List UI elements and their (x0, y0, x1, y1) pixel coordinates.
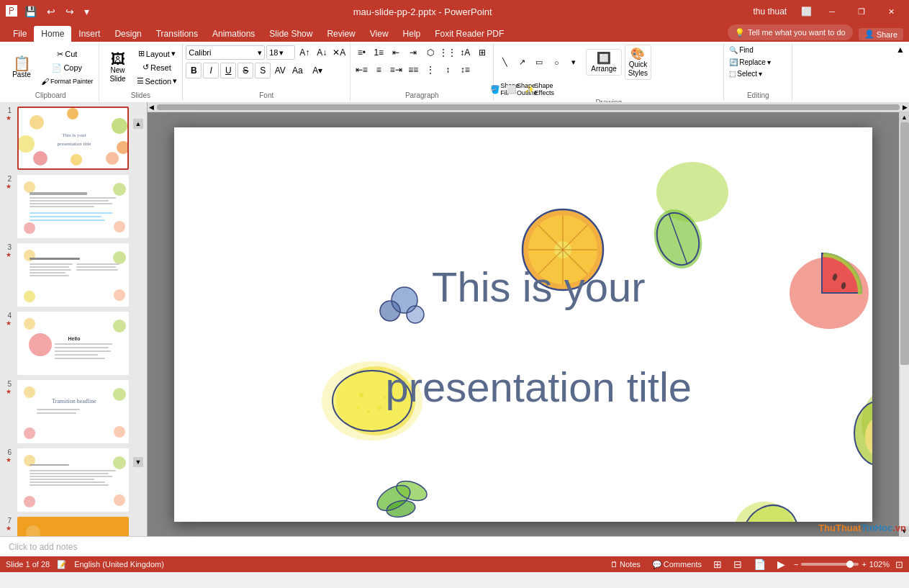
tell-me-box[interactable]: 💡 Tell me what you want to do (728, 24, 853, 40)
slide-item-6[interactable]: 6 ★ (4, 447, 143, 513)
maximize-button[interactable]: ❐ (849, 0, 874, 23)
decrease-font-button[interactable]: A↓ (314, 45, 330, 60)
minimize-button[interactable]: ─ (820, 0, 844, 23)
notes-bar[interactable]: Click to add notes (0, 536, 909, 556)
replace-button[interactable]: 🔄 Replace ▾ (727, 57, 773, 68)
vscroll-thumb[interactable] (900, 122, 909, 365)
quick-styles-button[interactable]: 🎨 Quick Styles (625, 45, 651, 80)
text-align-button[interactable]: ⊞ (474, 45, 490, 60)
close-button[interactable]: ✕ (879, 0, 903, 23)
bold-button[interactable]: B (186, 63, 202, 78)
comments-button[interactable]: 💬 Comments (649, 559, 705, 570)
menu-file[interactable]: File (6, 26, 34, 42)
panel-scroll-down[interactable]: ▼ (133, 457, 143, 467)
text-direction-button[interactable]: ↕A (457, 45, 473, 60)
customize-icon[interactable]: ▾ (81, 4, 92, 19)
menu-animations[interactable]: Animations (205, 26, 262, 42)
columns2-button[interactable]: ⋮ (422, 62, 438, 78)
underline-button[interactable]: U (220, 63, 236, 78)
slide-thumb-4[interactable]: Hello (17, 312, 129, 375)
menu-transitions[interactable]: Transitions (149, 26, 205, 42)
paste-button[interactable]: 📋 Paste (6, 53, 37, 82)
vscroll-up[interactable]: ▲ (900, 112, 910, 122)
shape-arrow-button[interactable]: ↗ (514, 55, 530, 71)
align-right-button[interactable]: ≡⇥ (388, 62, 404, 78)
char-spacing-button[interactable]: AV (272, 63, 288, 78)
slide-item-3[interactable]: 3 ★ (4, 242, 143, 308)
format-painter-button[interactable]: 🖌 Format Painter (39, 76, 96, 87)
shape-line-button[interactable]: ╲ (497, 55, 512, 71)
font-name-combo[interactable]: Calibri ▾ (186, 45, 265, 60)
menu-review[interactable]: Review (320, 26, 362, 42)
slide-item-2[interactable]: 2 ★ (4, 173, 143, 240)
slide-thumb-6[interactable] (17, 448, 129, 512)
shape-rect-button[interactable]: ▭ (531, 55, 547, 71)
slide-thumb-7[interactable]: Big concept (17, 517, 129, 536)
slide-item-5[interactable]: 5 ★ Transition headline (4, 379, 143, 445)
vscroll-bar[interactable]: ▲ ▼ (899, 112, 909, 536)
shape-circle-button[interactable]: ○ (548, 55, 564, 71)
numbering-button[interactable]: 1≡ (371, 45, 386, 60)
section-button[interactable]: ☰ Section ▾ (135, 75, 180, 87)
reset-button[interactable]: ↺ Reset (135, 61, 180, 73)
justify-button[interactable]: ≡≡ (405, 62, 421, 78)
find-button[interactable]: 🔍 Find (727, 45, 755, 55)
zoom-slider[interactable] (801, 563, 859, 566)
select-button[interactable]: ⬚ Select ▾ (727, 68, 764, 79)
slide-sorter-button[interactable]: ⊟ (731, 558, 745, 571)
menu-home[interactable]: Home (34, 26, 71, 42)
slide-item-1[interactable]: 1 ★ This is your presentation title (4, 105, 143, 171)
collapse-ribbon-button[interactable]: ▲ (895, 43, 906, 101)
menu-slideshow[interactable]: Slide Show (262, 26, 320, 42)
vscroll-track[interactable] (900, 122, 909, 526)
font-case-button[interactable]: Aa (289, 63, 305, 78)
new-slide-button[interactable]: 🖼 New Slide (102, 49, 134, 86)
save-icon[interactable]: 💾 (22, 4, 40, 19)
panel-scroll-up[interactable]: ▲ (133, 119, 143, 129)
bullets-button[interactable]: ≡• (353, 45, 369, 60)
columns-button[interactable]: ⋮⋮ (440, 45, 456, 60)
fit-to-window-button[interactable]: ⊡ (895, 559, 903, 570)
strikethrough-button[interactable]: S (238, 63, 253, 78)
decrease-indent-button[interactable]: ⇤ (388, 45, 404, 60)
slide-thumb-5[interactable]: Transition headline (17, 380, 129, 443)
slide-panel[interactable]: 1 ★ This is your presentation title (0, 102, 148, 536)
menu-foxit[interactable]: Foxit Reader PDF (428, 26, 511, 42)
shape-more-button[interactable]: ▾ (566, 55, 582, 71)
vscroll-down[interactable]: ▼ (900, 526, 910, 536)
layout-button[interactable]: ⊞ Layout ▾ (135, 48, 180, 60)
slide-item-7[interactable]: 7 ★ Big concept (4, 515, 143, 536)
slide-notes-icon[interactable]: 📝 (57, 560, 67, 569)
clear-format-button[interactable]: ✕A (331, 45, 347, 60)
menu-design[interactable]: Design (107, 26, 148, 42)
cut-button[interactable]: ✂ Cut (39, 48, 96, 60)
italic-button[interactable]: I (203, 63, 219, 78)
zoom-thumb[interactable] (846, 561, 854, 568)
menu-help[interactable]: Help (396, 26, 428, 42)
menu-view[interactable]: View (363, 26, 396, 42)
slide-thumb-1[interactable]: This is your presentation title (17, 107, 129, 170)
zoom-out-button[interactable]: − (794, 560, 798, 569)
hscroll-thumb[interactable] (157, 104, 900, 110)
restore-window-icon[interactable]: ⬜ (798, 5, 815, 18)
slide-title[interactable]: This is your presentation title (385, 212, 692, 412)
line-spacing-button[interactable]: ↕ (440, 62, 456, 78)
hscroll-track[interactable] (157, 104, 900, 110)
slide-canvas[interactable]: This is your presentation title (174, 127, 872, 522)
reading-view-button[interactable]: 📄 (751, 558, 769, 571)
shadow-button[interactable]: S (255, 63, 271, 78)
font-color-button[interactable]: A▾ (307, 63, 328, 78)
undo-icon[interactable]: ↩ (44, 4, 58, 19)
hscroll-right[interactable]: ▶ (903, 104, 908, 111)
align-center-button[interactable]: ≡ (371, 62, 386, 78)
smartart-button[interactable]: ⬡ (422, 45, 438, 60)
redo-icon[interactable]: ↪ (63, 4, 77, 19)
normal-view-button[interactable]: ⊞ (710, 558, 725, 571)
align-left-button[interactable]: ⇤≡ (353, 62, 369, 78)
hscroll-left[interactable]: ◀ (149, 104, 154, 111)
copy-button[interactable]: 📄 Copy (39, 62, 96, 74)
notes-button[interactable]: 🗒 Notes (607, 559, 643, 569)
slideshow-view-button[interactable]: ▶ (774, 558, 788, 571)
font-size-combo[interactable]: 18 ▾ (266, 45, 295, 60)
slide-item-4[interactable]: 4 ★ Hello (4, 310, 143, 376)
